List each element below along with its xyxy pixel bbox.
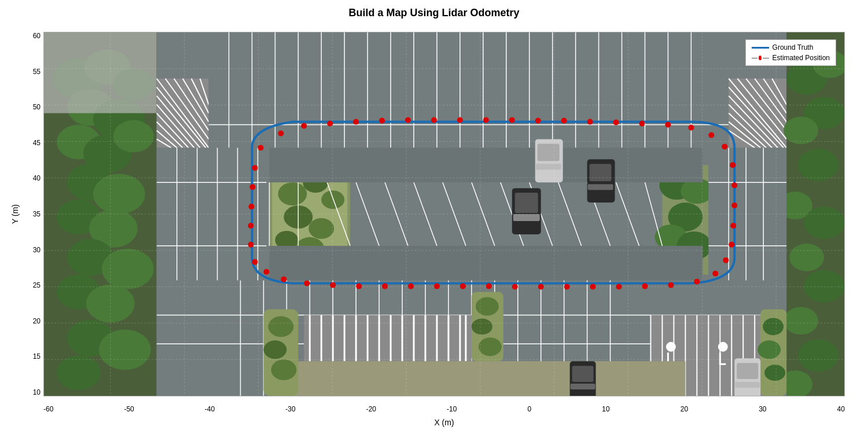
y-tick-10: 10 — [20, 388, 41, 396]
svg-point-251 — [731, 182, 737, 188]
svg-point-239 — [483, 117, 489, 123]
x-tick--10: -10 — [447, 405, 457, 417]
svg-point-9 — [113, 120, 154, 153]
chart-container: Build a Map Using Lidar Odometry Y (m) 6… — [0, 0, 868, 434]
y-axis-ticks: 60 55 50 45 40 35 30 25 20 15 10 — [20, 32, 41, 396]
svg-point-194 — [757, 340, 781, 359]
svg-point-270 — [356, 284, 362, 289]
svg-point-243 — [587, 119, 593, 125]
svg-point-255 — [723, 258, 729, 263]
svg-point-234 — [353, 119, 359, 125]
svg-point-265 — [486, 284, 492, 289]
x-tick--60: -60 — [43, 405, 53, 417]
svg-rect-207 — [571, 384, 595, 389]
svg-rect-198 — [513, 214, 540, 221]
y-tick-50: 50 — [20, 103, 41, 111]
svg-point-78 — [784, 117, 818, 145]
legend-ground-truth-line — [752, 47, 769, 49]
svg-point-266 — [460, 284, 466, 289]
svg-point-262 — [564, 284, 570, 290]
svg-point-181 — [666, 342, 675, 351]
svg-point-91 — [321, 190, 344, 209]
y-tick-60: 60 — [20, 32, 41, 40]
legend-ground-truth-label: Ground Truth — [773, 43, 814, 52]
svg-point-186 — [263, 340, 286, 359]
svg-point-242 — [561, 118, 567, 124]
svg-point-89 — [278, 182, 307, 205]
y-tick-15: 15 — [20, 352, 41, 361]
svg-point-236 — [405, 117, 411, 123]
legend-item-ground-truth: Ground Truth — [752, 43, 830, 52]
x-axis-label: X (m) — [43, 418, 845, 427]
plot-area — [43, 32, 845, 396]
svg-rect-102 — [269, 148, 703, 182]
svg-point-85 — [798, 339, 838, 372]
svg-point-240 — [509, 117, 515, 123]
y-tick-40: 40 — [20, 174, 41, 182]
svg-point-244 — [613, 120, 619, 126]
svg-point-81 — [804, 207, 844, 239]
svg-point-83 — [804, 270, 844, 303]
background-scene — [44, 32, 844, 396]
svg-point-264 — [512, 284, 518, 290]
svg-point-248 — [708, 132, 714, 138]
svg-point-253 — [730, 223, 736, 229]
svg-point-247 — [688, 124, 694, 130]
svg-point-237 — [431, 117, 437, 123]
svg-rect-183 — [286, 361, 685, 396]
svg-point-276 — [248, 242, 253, 248]
svg-rect-200 — [538, 144, 560, 161]
svg-point-231 — [278, 130, 284, 136]
svg-point-93 — [308, 218, 334, 239]
svg-rect-103 — [269, 246, 703, 281]
svg-point-267 — [434, 284, 440, 289]
svg-point-272 — [304, 281, 310, 286]
svg-point-256 — [712, 271, 718, 277]
svg-point-189 — [476, 297, 499, 316]
legend-estimated-dot — [759, 56, 762, 60]
svg-point-230 — [258, 145, 263, 150]
svg-point-275 — [252, 259, 258, 265]
svg-point-261 — [590, 284, 596, 290]
chart-title: Build a Map Using Lidar Odometry — [348, 7, 519, 19]
svg-point-274 — [263, 269, 269, 275]
svg-point-191 — [479, 337, 502, 356]
x-axis-ticks: -60 -50 -40 -30 -20 -10 0 10 20 30 40 — [43, 405, 845, 417]
svg-rect-152 — [304, 315, 472, 361]
legend-dot-line-left — [752, 58, 757, 58]
svg-point-233 — [327, 121, 333, 127]
svg-rect-203 — [590, 164, 612, 181]
svg-point-15 — [102, 249, 154, 289]
svg-rect-204 — [588, 184, 613, 190]
svg-rect-201 — [536, 164, 561, 170]
svg-point-260 — [616, 284, 622, 290]
y-axis-label: Y (m) — [10, 32, 20, 396]
svg-rect-210 — [735, 382, 760, 388]
svg-point-82 — [789, 244, 824, 271]
svg-point-279 — [249, 184, 255, 190]
svg-point-268 — [408, 284, 414, 289]
svg-point-238 — [457, 117, 463, 123]
y-tick-45: 45 — [20, 139, 41, 147]
x-tick-0: 0 — [528, 405, 532, 417]
svg-point-182 — [718, 342, 727, 351]
svg-point-254 — [729, 242, 734, 248]
svg-point-249 — [722, 144, 727, 149]
x-tick-30: 30 — [759, 405, 766, 417]
svg-point-232 — [301, 123, 307, 129]
svg-point-250 — [730, 162, 735, 168]
svg-point-19 — [99, 329, 151, 370]
svg-point-252 — [731, 203, 737, 208]
y-tick-30: 30 — [20, 246, 41, 254]
x-tick--30: -30 — [285, 405, 295, 417]
x-tick-40: 40 — [837, 405, 845, 417]
svg-point-185 — [268, 316, 293, 337]
svg-point-235 — [379, 118, 385, 124]
svg-point-84 — [784, 307, 818, 334]
svg-rect-38 — [209, 32, 729, 148]
svg-point-257 — [694, 279, 700, 285]
svg-point-190 — [472, 318, 492, 334]
x-tick--40: -40 — [205, 405, 215, 417]
svg-point-187 — [271, 359, 296, 380]
svg-rect-209 — [737, 363, 758, 379]
